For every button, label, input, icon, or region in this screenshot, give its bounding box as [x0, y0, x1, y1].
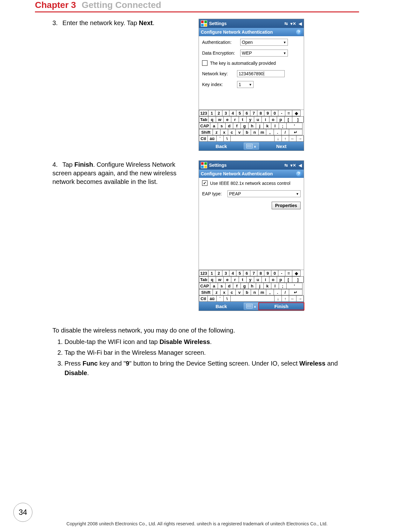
kb-key[interactable]: Shift	[199, 129, 213, 135]
kb-key[interactable]: ↑	[282, 295, 289, 302]
kb-key[interactable]: =	[285, 270, 292, 276]
kb-key[interactable]: \	[224, 295, 231, 302]
kb-key[interactable]: 123	[199, 110, 208, 116]
kb-key[interactable]: Tab	[199, 116, 208, 123]
kb-key[interactable]: r	[231, 276, 239, 283]
kb-key[interactable]: o	[269, 276, 277, 283]
kb-key[interactable]: g	[241, 283, 248, 289]
kb-key[interactable]: 8	[257, 110, 264, 116]
kb-key[interactable]: .	[274, 129, 282, 135]
kb-key[interactable]: u	[254, 276, 262, 283]
ieee-checkbox[interactable]: ✓	[202, 180, 207, 186]
kb-key[interactable]: Ctl	[199, 135, 208, 142]
kb-key[interactable]: j	[256, 283, 264, 289]
kb-key[interactable]: →	[296, 135, 304, 142]
kb-key[interactable]: 0	[271, 270, 278, 276]
kb-key[interactable]: l	[271, 123, 279, 129]
kb-key[interactable]: ;	[279, 283, 287, 289]
kb-key[interactable]: r	[231, 116, 239, 123]
kb-key[interactable]: t	[239, 116, 247, 123]
onscreen-keyboard-2[interactable]: 1231234567890-=◆Tabqwertyuiop[]CAPasdfgh…	[199, 270, 304, 302]
kb-key[interactable]: ←	[289, 295, 296, 302]
kb-key[interactable]: l	[271, 283, 279, 289]
kb-key[interactable]: d	[226, 123, 233, 129]
kb-key[interactable]: ↵	[289, 129, 302, 135]
kb-key[interactable]: m	[259, 289, 266, 295]
kb-key[interactable]: e	[224, 276, 231, 283]
kb-key[interactable]: p	[277, 276, 285, 283]
kb-key[interactable]: k	[264, 283, 271, 289]
kb-key[interactable]: h	[248, 283, 256, 289]
kb-key[interactable]: .	[274, 289, 282, 295]
kb-key[interactable]: Ctl	[199, 295, 208, 302]
kb-key[interactable]: 1	[208, 110, 215, 116]
kb-key[interactable]: 7	[250, 270, 257, 276]
kb-key[interactable]: -	[278, 270, 285, 276]
kb-key[interactable]: `	[217, 295, 224, 302]
kb-key[interactable]: x	[221, 289, 228, 295]
kb-key[interactable]: f	[233, 123, 241, 129]
kb-key[interactable]: b	[243, 289, 251, 295]
kb-key[interactable]: q	[208, 276, 216, 283]
kb-key[interactable]: 2	[215, 270, 222, 276]
kb-key[interactable]: 3	[222, 110, 229, 116]
keyboard-toggle[interactable]: ▲	[244, 303, 259, 310]
eap-select[interactable]: PEAP ▼	[228, 190, 301, 197]
kb-key[interactable]	[231, 135, 275, 142]
kb-key[interactable]: 123	[199, 270, 208, 276]
kb-key[interactable]	[231, 295, 275, 302]
keyboard-toggle[interactable]: ▲	[244, 143, 259, 150]
kb-key[interactable]: 3	[222, 270, 229, 276]
kb-key[interactable]: f	[233, 283, 241, 289]
kb-key[interactable]: i	[262, 276, 269, 283]
kb-key[interactable]: o	[269, 116, 277, 123]
kb-key[interactable]: n	[251, 289, 259, 295]
kb-key[interactable]: Tab	[199, 276, 208, 283]
finish-button[interactable]: Finish	[258, 302, 304, 310]
kb-key[interactable]: ,	[266, 129, 274, 135]
kb-key[interactable]: w	[216, 276, 224, 283]
kb-key[interactable]: CAP	[199, 123, 210, 129]
kb-key[interactable]: /	[282, 129, 289, 135]
kb-key[interactable]: '	[287, 283, 302, 289]
kb-key[interactable]: a	[210, 123, 218, 129]
kb-key[interactable]: CAP	[199, 283, 210, 289]
kb-key[interactable]: ;	[279, 123, 287, 129]
kb-key[interactable]: m	[259, 129, 266, 135]
kb-key[interactable]: z	[213, 129, 221, 135]
kb-key[interactable]: 9	[264, 110, 271, 116]
kb-key[interactable]: áü	[208, 135, 217, 142]
kb-key[interactable]: c	[228, 289, 236, 295]
help-icon[interactable]: ?	[296, 171, 302, 177]
kb-key[interactable]: '	[287, 123, 302, 129]
kb-key[interactable]: 7	[250, 110, 257, 116]
kb-key[interactable]: e	[224, 116, 231, 123]
kb-key[interactable]: ↑	[282, 135, 289, 142]
kb-key[interactable]: y	[247, 276, 254, 283]
kb-key[interactable]: 0	[271, 110, 278, 116]
kb-key[interactable]: k	[264, 123, 271, 129]
kb-key[interactable]: u	[254, 116, 262, 123]
kb-key[interactable]: w	[216, 116, 224, 123]
kb-key[interactable]: ,	[266, 289, 274, 295]
kb-key[interactable]: v	[236, 129, 243, 135]
kb-key[interactable]: s	[218, 283, 226, 289]
encryption-select[interactable]: WEP ▼	[240, 50, 288, 57]
kb-key[interactable]: 6	[243, 110, 250, 116]
kb-key[interactable]: ↓	[275, 135, 282, 142]
kb-key[interactable]: [	[285, 276, 292, 283]
kb-key[interactable]: ◆	[292, 270, 301, 276]
back-button[interactable]: Back	[199, 304, 244, 309]
kb-key[interactable]: ◆	[292, 110, 301, 116]
kb-key[interactable]: 6	[243, 270, 250, 276]
kb-key[interactable]: d	[226, 283, 233, 289]
kb-key[interactable]: 9	[264, 270, 271, 276]
kb-key[interactable]: 4	[229, 110, 236, 116]
kb-key[interactable]: ↵	[289, 289, 302, 295]
auth-select[interactable]: Open ▼	[240, 39, 288, 46]
auto-key-checkbox[interactable]	[202, 60, 207, 66]
kb-key[interactable]: ←	[289, 135, 296, 142]
kb-key[interactable]: n	[251, 129, 259, 135]
kb-key[interactable]: =	[285, 110, 292, 116]
kb-key[interactable]: h	[248, 123, 256, 129]
